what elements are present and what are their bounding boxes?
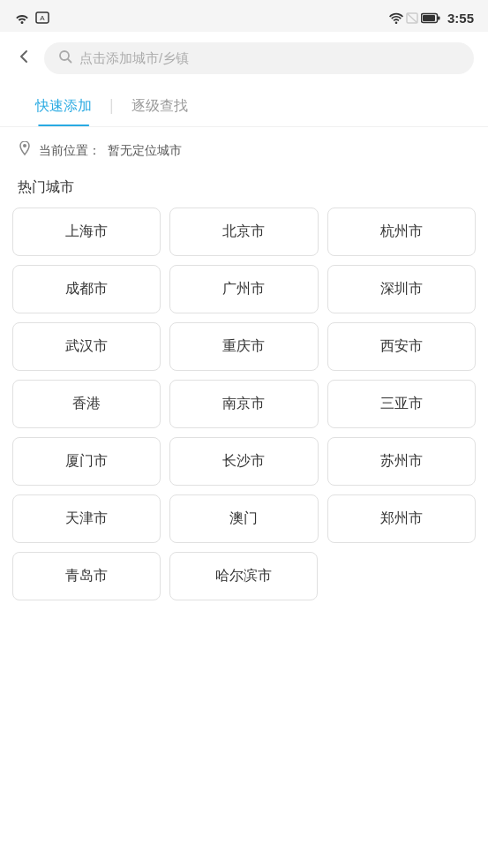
- city-row-2: 武汉市 重庆市 西安市: [12, 322, 476, 371]
- time-display: 3:55: [447, 11, 474, 26]
- city-btn-beijing[interactable]: 北京市: [169, 208, 318, 256]
- status-right: 3:55: [389, 11, 474, 26]
- city-row-4: 厦门市 长沙市 苏州市: [12, 437, 476, 486]
- location-value: 暂无定位城市: [108, 143, 182, 159]
- svg-line-8: [68, 59, 71, 63]
- font-icon: A: [35, 11, 49, 24]
- tab-divider: |: [109, 96, 114, 115]
- location-row: 当前位置： 暂无定位城市: [0, 127, 488, 175]
- city-row-5: 天津市 澳门 郑州市: [12, 494, 476, 543]
- city-row-1: 成都市 广州市 深圳市: [12, 265, 476, 313]
- tabs-container: 快速添加 | 逐级查找: [0, 85, 488, 127]
- city-btn-xian[interactable]: 西安市: [327, 322, 476, 371]
- city-row-6: 青岛市 哈尔滨市: [12, 552, 476, 600]
- hot-cities-title: 热门城市: [0, 175, 488, 208]
- city-btn-shanghai[interactable]: 上海市: [12, 208, 161, 256]
- city-row-0: 上海市 北京市 杭州市: [12, 208, 476, 256]
- city-btn-macao[interactable]: 澳门: [169, 494, 318, 543]
- svg-line-3: [407, 13, 417, 23]
- back-button[interactable]: [14, 47, 34, 70]
- location-icon: [18, 141, 32, 161]
- city-btn-shenzhen[interactable]: 深圳市: [327, 265, 476, 313]
- city-btn-hangzhou[interactable]: 杭州市: [327, 208, 476, 256]
- city-btn-wuhan[interactable]: 武汉市: [12, 322, 161, 371]
- svg-rect-6: [438, 16, 440, 19]
- city-btn-changsha[interactable]: 长沙市: [169, 437, 318, 486]
- status-bar: A 3:55: [0, 0, 488, 32]
- city-btn-nanjing[interactable]: 南京市: [169, 380, 318, 428]
- battery-icon: [421, 12, 440, 24]
- location-prefix: 当前位置：: [39, 143, 101, 159]
- svg-rect-5: [423, 15, 435, 21]
- sim-blocked-icon: [406, 12, 418, 24]
- search-icon: [58, 49, 72, 67]
- status-icons: [389, 12, 440, 24]
- status-left: A: [14, 11, 49, 24]
- city-btn-chongqing[interactable]: 重庆市: [169, 322, 318, 371]
- city-btn-zhengzhou[interactable]: 郑州市: [327, 494, 476, 543]
- city-btn-qingdao[interactable]: 青岛市: [12, 552, 161, 600]
- wifi-icon: [14, 11, 30, 24]
- tab-browse[interactable]: 逐级查找: [117, 85, 202, 126]
- city-btn-hongkong[interactable]: 香港: [12, 380, 161, 428]
- city-btn-chengdu[interactable]: 成都市: [12, 265, 161, 313]
- city-btn-tianjin[interactable]: 天津市: [12, 494, 161, 543]
- svg-point-9: [23, 144, 26, 147]
- city-btn-haerbin[interactable]: 哈尔滨市: [169, 552, 318, 600]
- search-bar[interactable]: 点击添加城市/乡镇: [44, 42, 474, 74]
- city-row-3: 香港 南京市 三亚市: [12, 380, 476, 428]
- signal-wifi-icon: [389, 12, 403, 24]
- city-btn-suzhou[interactable]: 苏州市: [327, 437, 476, 486]
- tab-quick-add[interactable]: 快速添加: [21, 85, 106, 126]
- search-placeholder-text: 点击添加城市/乡镇: [79, 50, 189, 67]
- header: 点击添加城市/乡镇: [0, 32, 488, 85]
- main-content: 点击添加城市/乡镇 快速添加 | 逐级查找 当前位置： 暂无定位城市 热门城市 …: [0, 32, 488, 868]
- city-btn-sanya[interactable]: 三亚市: [327, 380, 476, 428]
- city-btn-xiamen[interactable]: 厦门市: [12, 437, 161, 486]
- city-grid: 上海市 北京市 杭州市 成都市 广州市 深圳市 武汉市 重庆市 西安市 香港 南…: [0, 208, 488, 600]
- city-btn-guangzhou[interactable]: 广州市: [169, 265, 318, 313]
- svg-text:A: A: [40, 14, 45, 22]
